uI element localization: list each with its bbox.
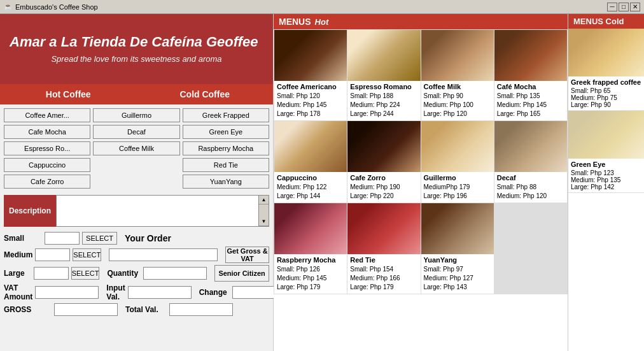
btn-cafe-zorro[interactable]: Cafe Zorro	[4, 175, 90, 189]
tab-cold-coffee[interactable]: Cold Coffee	[137, 84, 274, 104]
app-icon: ☕	[4, 3, 13, 11]
menu-item-info-1: Espresso RomanoSmall: Php 188Medium: Php…	[347, 81, 420, 120]
hot-menu-item-7[interactable]: DecafSmall: Php 88Medium: Php 120	[494, 121, 567, 203]
scroll-down-btn[interactable]: ▼	[259, 217, 269, 226]
menu-item-name-8: Raspberry Mocha	[277, 256, 344, 264]
app-title: Embuscado's Coffee Shop	[15, 3, 98, 11]
quantity-label: Quantity	[107, 269, 138, 278]
get-gross-vat-btn[interactable]: Get Gross & VAT	[225, 247, 269, 263]
menu-item-image-5	[347, 121, 420, 172]
menu-item-info-6: GuillermoMediumPhp 179Large: Php 196	[421, 172, 494, 203]
menu-item-prices-2: Small: Php 90Medium: Php 100Large: Php 1…	[424, 92, 491, 118]
hot-menu-item-2[interactable]: Coffee MilkSmall: Php 90Medium: Php 100L…	[421, 30, 494, 120]
hot-menu-item-3[interactable]: Café MochaSmall: Php 135Medium: Php 145L…	[494, 30, 567, 120]
menu-item-name-6: Guillermo	[424, 174, 491, 182]
menu-item-prices-7: Small: Php 88Medium: Php 120	[497, 183, 564, 201]
inputval-input[interactable]	[128, 286, 192, 299]
title-bar-left: ☕ Embuscado's Coffee Shop	[4, 3, 98, 11]
menu-item-prices-9: Small: Php 154Medium: Php 166Large: Php …	[350, 265, 417, 292]
menu-item-prices-4: Medium: Php 122Large: Php 144	[277, 183, 344, 201]
left-panel: Amar a La Tienda De Cafeína Geoffee Spre…	[0, 14, 274, 351]
menu-item-image-2	[421, 30, 494, 81]
large-select-btn[interactable]: SELECT	[71, 267, 100, 280]
maximize-button[interactable]: □	[619, 3, 629, 11]
cold-item-image-1	[568, 111, 644, 159]
senior-citizen-btn[interactable]: Senior Citizen	[214, 265, 269, 282]
small-price-input[interactable]	[45, 232, 80, 245]
btn-raspberry-mocha[interactable]: Raspberry Mocha	[183, 141, 269, 155]
btn-coffee-americano[interactable]: Coffee Amer...	[4, 108, 90, 122]
minimize-button[interactable]: ─	[607, 3, 617, 11]
menus-label: MENUS	[279, 17, 311, 27]
close-button[interactable]: ✕	[630, 3, 640, 11]
inputval-label: Input Val.	[106, 283, 125, 301]
tab-hot-coffee[interactable]: Hot Coffee	[0, 84, 137, 104]
coffee-buttons-grid: Coffee Amer... Guillermo Greek Frapped C…	[0, 104, 273, 192]
small-label: Small	[4, 234, 42, 243]
btn-green-eye[interactable]: Green Eye	[183, 125, 269, 139]
menu-item-image-8	[274, 203, 347, 254]
change-label: Change	[199, 288, 227, 297]
hot-menus-header: MENUS Hot	[274, 14, 568, 29]
menu-item-prices-3: Small: Php 135Medium: Php 145Large: Php …	[497, 92, 564, 118]
order-row-large: Large SELECT Quantity Senior Citizen	[4, 265, 269, 282]
description-row: Description ▲ ▼	[4, 195, 269, 227]
hot-menu-item-5[interactable]: Cafe ZorroMedium: Php 190Large: Php 220	[347, 121, 420, 203]
hot-label: Hot	[315, 17, 329, 27]
totalval-input[interactable]	[169, 303, 233, 316]
hot-menu-item-1[interactable]: Espresso RomanoSmall: Php 188Medium: Php…	[347, 30, 420, 120]
menu-item-info-8: Raspberry MochaSmall: Php 126Medium: Php…	[274, 254, 347, 294]
description-label: Description	[4, 195, 56, 227]
cold-menu-item-1[interactable]: Green EyeSmall: Php 123Medium: Php 135La…	[568, 111, 644, 193]
hot-menu-item-9[interactable]: Red TieSmall: Php 154Medium: Php 166Larg…	[347, 203, 420, 294]
btn-decaf[interactable]: Decaf	[93, 125, 179, 139]
menu-item-info-5: Cafe ZorroMedium: Php 190Large: Php 220	[347, 172, 420, 203]
order-section: Small SELECT Your Order Medium SELECT Ge…	[0, 229, 273, 319]
cold-menu-item-0[interactable]: Greek frapped coffeeSmall: Php 65Medium:…	[568, 29, 644, 111]
menu-item-info-10: YuanYangSmall: Php 97Medium: Php 127Larg…	[421, 254, 494, 294]
menu-item-image-7	[494, 121, 567, 172]
cold-item-info-1: Green EyeSmall: Php 123Medium: Php 135La…	[568, 159, 644, 192]
cold-menu-list: Greek frapped coffeeSmall: Php 65Medium:…	[568, 29, 644, 193]
btn-guillermo[interactable]: Guillermo	[93, 108, 179, 122]
banner-title: Amar a La Tienda De Cafeína Geoffee	[10, 34, 263, 50]
btn-espresso-romano[interactable]: Espresso Ro...	[4, 141, 90, 155]
btn-greek-frapped[interactable]: Greek Frapped	[183, 108, 269, 122]
order-row-gross: GROSS Total Val.	[4, 303, 269, 316]
hot-menu-item-8[interactable]: Raspberry MochaSmall: Php 126Medium: Php…	[274, 203, 347, 294]
btn-coffee-milk[interactable]: Coffee Milk	[93, 141, 179, 155]
totalval-label: Total Val.	[125, 305, 167, 314]
order-item-input[interactable]	[109, 248, 218, 261]
btn-cappuccino[interactable]: Cappuccino	[4, 158, 90, 172]
cold-item-prices-0: Small: Php 65Medium: Php 75Large: Php 90	[571, 87, 641, 108]
btn-yuanyang[interactable]: YuanYang	[183, 175, 269, 189]
hot-menu-item-6[interactable]: GuillermoMediumPhp 179Large: Php 196	[421, 121, 494, 203]
cold-item-name-0: Greek frapped coffee	[571, 78, 641, 86]
small-select-btn[interactable]: SELECT	[82, 232, 117, 245]
medium-price-input[interactable]	[35, 248, 70, 261]
gross-input[interactable]	[54, 303, 118, 316]
quantity-input[interactable]	[143, 267, 207, 280]
menu-item-image-6	[421, 121, 494, 172]
order-row-small: Small SELECT Your Order	[4, 232, 269, 245]
menu-item-image-3	[494, 30, 567, 81]
menu-item-info-3: Café MochaSmall: Php 135Medium: Php 145L…	[494, 81, 567, 120]
gross-label: GROSS	[4, 305, 52, 314]
btn-red-tie[interactable]: Red Tie	[183, 158, 269, 172]
menu-item-name-1: Espresso Romano	[350, 83, 417, 90]
hot-menu-item-10[interactable]: YuanYangSmall: Php 97Medium: Php 127Larg…	[421, 203, 494, 294]
hot-menu-item-0[interactable]: Coffee AmericanoSmall: Php 120Medium: Ph…	[274, 30, 347, 120]
menu-item-name-3: Café Mocha	[497, 83, 564, 90]
large-price-input[interactable]	[34, 267, 69, 280]
cold-item-name-1: Green Eye	[571, 161, 641, 168]
menu-item-name-10: YuanYang	[424, 256, 491, 264]
your-order-label: Your Order	[125, 233, 171, 243]
vat-input[interactable]	[35, 286, 99, 299]
hot-menu-item-4[interactable]: CappuccinoMedium: Php 122Large: Php 144	[274, 121, 347, 203]
scroll-up-btn[interactable]: ▲	[259, 196, 269, 204]
btn-cafe-mocha[interactable]: Cafe Mocha	[4, 125, 90, 139]
order-row-vat: VAT Amount Input Val. Change	[4, 283, 269, 301]
medium-select-btn[interactable]: SELECT	[73, 248, 101, 261]
description-textarea[interactable]	[56, 195, 259, 227]
hot-menus-panel: MENUS Hot Coffee AmericanoSmall: Php 120…	[274, 14, 568, 351]
